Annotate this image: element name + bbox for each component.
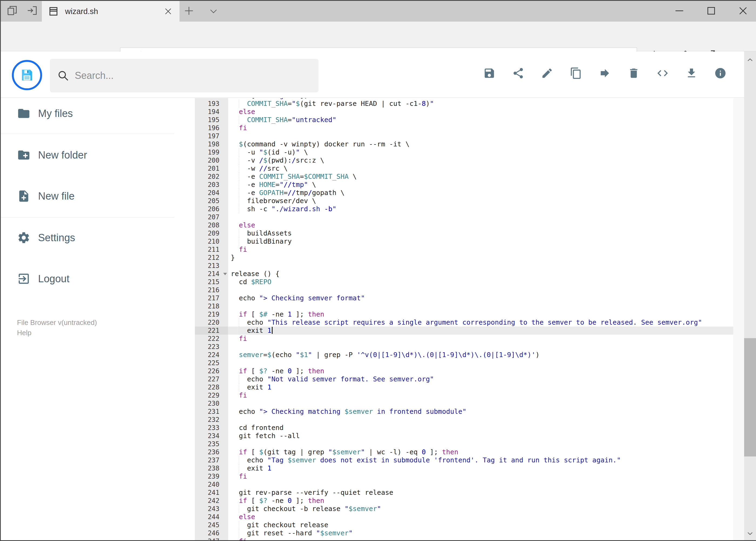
filebrowser-logo[interactable] (12, 60, 42, 90)
code-line[interactable]: 245 git checkout release (195, 521, 733, 529)
code-line-text[interactable]: -e GOPATH=//tmp/gopath \ (228, 189, 733, 197)
download-button[interactable] (685, 67, 698, 79)
help-link[interactable]: Help (17, 327, 97, 338)
delete-button[interactable] (628, 67, 640, 79)
code-line-text[interactable] (228, 262, 733, 270)
code-line[interactable]: 234 git fetch --all (195, 432, 733, 440)
code-line[interactable]: 226 if [ $? -ne 0 ]; then (195, 367, 733, 375)
search-box[interactable]: Search... (50, 59, 319, 92)
code-line-text[interactable] (228, 480, 733, 489)
code-line[interactable]: 231 echo "> Checking matching $semver in… (195, 407, 733, 416)
code-line[interactable]: 219 if [ $# -ne 1 ]; then (195, 310, 733, 318)
code-line-text[interactable]: } (228, 254, 733, 262)
code-line-text[interactable]: buildBinary (228, 238, 733, 246)
code-line-text[interactable]: filebrowser/dev \ (228, 197, 733, 205)
code-line[interactable]: 214release () { (195, 270, 733, 278)
code-line[interactable]: 201 -w //src \ (195, 165, 733, 173)
code-line-text[interactable] (228, 359, 733, 367)
save-button[interactable] (483, 67, 496, 79)
code-line[interactable]: 242 if [ $? -ne 0 ]; then (195, 497, 733, 505)
code-line-text[interactable]: buildAssets (228, 229, 733, 238)
code-line-text[interactable]: sh -c "./wizard.sh -b" (228, 205, 733, 213)
code-line[interactable]: 196 fi (195, 124, 733, 132)
code-line[interactable]: 237 echo "Tag $semver does not exist in … (195, 456, 733, 464)
code-line-text[interactable]: echo "Not valid semver format. See semve… (228, 375, 733, 383)
code-line-text[interactable]: COMMIT_SHA="$(git rev-parse HEAD | cut -… (228, 100, 733, 108)
code-line[interactable]: 207 (195, 213, 733, 221)
tab-list-chevron-icon[interactable] (208, 6, 219, 16)
edit-button[interactable] (541, 67, 553, 79)
code-line[interactable]: 244 else (195, 513, 733, 521)
editor-scrollbar-track[interactable] (733, 98, 744, 541)
code-line-text[interactable]: else (228, 108, 733, 116)
code-line[interactable]: 200 -v /$(pwd):/src:z \ (195, 156, 733, 165)
code-line[interactable]: 210 buildBinary (195, 238, 733, 246)
code-line-text[interactable]: git reset --hard "$semver" (228, 529, 733, 537)
code-line-text[interactable]: git checkout -b release "$semver" (228, 505, 733, 513)
code-line[interactable]: 218 (195, 302, 733, 310)
code-line[interactable]: 229 fi (195, 391, 733, 399)
code-line[interactable]: 222 fi (195, 335, 733, 343)
info-button[interactable] (714, 67, 727, 79)
code-line[interactable]: 208 else (195, 221, 733, 229)
code-line-text[interactable]: echo "> Checking semver format" (228, 294, 733, 302)
code-line[interactable]: 243 git checkout -b release "$semver" (195, 505, 733, 513)
code-line[interactable]: 199 -u "$(id -u)" \ (195, 148, 733, 156)
code-line[interactable]: 209 buildAssets (195, 229, 733, 238)
sidebar-item-new-folder[interactable]: New folder (17, 147, 87, 163)
page-scrollbar[interactable] (744, 51, 756, 541)
move-button[interactable] (599, 67, 611, 79)
code-line[interactable]: 236 if [ $(git tag | grep "$semver" | wc… (195, 448, 733, 456)
code-line[interactable]: 197 (195, 132, 733, 140)
code-line-text[interactable]: else (228, 221, 733, 229)
code-line[interactable]: 220 echo "This release script requires a… (195, 318, 733, 326)
code-line-text[interactable]: -e HOME="//tmp" \ (228, 181, 733, 189)
code-line-text[interactable] (228, 440, 733, 448)
code-line-text[interactable] (228, 302, 733, 310)
share-button[interactable] (512, 67, 524, 79)
code-line-text[interactable] (228, 416, 733, 424)
code-line[interactable]: 212} (195, 254, 733, 262)
code-line-text[interactable]: -w //src \ (228, 165, 733, 173)
code-line-text[interactable]: -e COMMIT_SHA=$COMMIT_SHA \ (228, 173, 733, 181)
code-line-text[interactable]: echo "This release script requires a sin… (228, 318, 733, 326)
code-line[interactable]: 232 (195, 416, 733, 424)
scroll-up-icon[interactable] (746, 56, 754, 64)
code-line[interactable]: 195 COMMIT_SHA="untracked" (195, 116, 733, 124)
code-line-text[interactable]: exit 1 (228, 326, 733, 335)
code-view-button[interactable] (656, 67, 669, 79)
code-line[interactable]: 213 (195, 262, 733, 270)
code-line-text[interactable]: semver=$(echo "$1" | grep -P '^v(0|[1-9]… (228, 351, 733, 359)
code-line-text[interactable]: exit 1 (228, 464, 733, 472)
code-line-text[interactable] (228, 343, 733, 351)
sidebar-item-my-files[interactable]: My files (17, 105, 73, 122)
code-line-text[interactable]: if [ $? -ne 0 ]; then (228, 367, 733, 375)
scrollbar-thumb[interactable] (744, 338, 756, 456)
code-line-text[interactable]: else (228, 513, 733, 521)
code-line-text[interactable]: fi (228, 472, 733, 480)
code-line[interactable]: 211 fi (195, 246, 733, 254)
sidebar-item-settings[interactable]: Settings (17, 230, 75, 246)
code-line[interactable]: 215 cd $REPO (195, 278, 733, 286)
code-line-text[interactable]: git checkout release (228, 521, 733, 529)
code-line[interactable]: 224 semver=$(echo "$1" | grep -P '^v(0|[… (195, 351, 733, 359)
code-line-text[interactable]: fi (228, 124, 733, 132)
code-line[interactable]: 241 git rev-parse --verify --quiet relea… (195, 489, 733, 497)
code-line-text[interactable]: echo "Tag $semver does not exist in subm… (228, 456, 733, 464)
code-line-text[interactable] (228, 213, 733, 221)
scroll-down-icon[interactable] (746, 530, 754, 537)
code-line-text[interactable]: cd $REPO (228, 278, 733, 286)
code-editor[interactable]: 192 if [ -d ".git" ]; then193 COMMIT_SHA… (195, 98, 744, 541)
code-line[interactable]: 238 exit 1 (195, 464, 733, 472)
code-line[interactable]: 206 sh -c "./wizard.sh -b" (195, 205, 733, 213)
code-line[interactable]: 204 -e GOPATH=//tmp/gopath \ (195, 189, 733, 197)
code-line[interactable]: 221 exit 1 (195, 326, 733, 335)
code-line[interactable]: 217 echo "> Checking semver format" (195, 294, 733, 302)
code-line-text[interactable] (228, 132, 733, 140)
new-tab-button[interactable] (183, 5, 195, 17)
minimize-button[interactable] (672, 3, 687, 18)
maximize-button[interactable] (704, 3, 719, 18)
code-line[interactable]: 194 else (195, 108, 733, 116)
code-line-text[interactable]: $(command -v winpty) docker run --rm -it… (228, 140, 733, 148)
close-window-button[interactable] (735, 3, 751, 18)
